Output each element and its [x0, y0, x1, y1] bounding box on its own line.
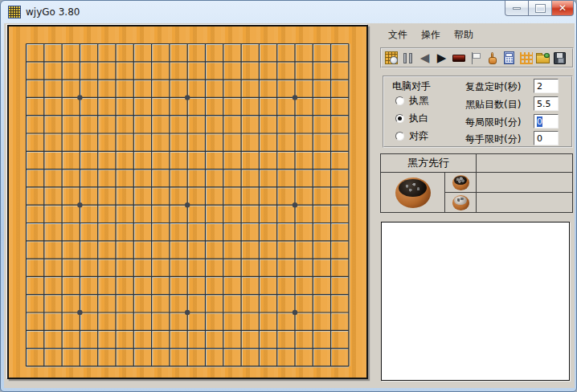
move-time-limit-input[interactable]: 0 [534, 131, 559, 145]
game-time-limit-label: 每局限时(分) [465, 116, 521, 129]
radio-play-black-label: 执黑 [409, 94, 428, 108]
replay-timer-label: 复盘定时(秒) [465, 80, 521, 94]
board-clock-icon [385, 51, 398, 64]
radio-play-white[interactable]: 执白 [395, 112, 428, 125]
maximize-button[interactable] [528, 1, 552, 16]
calculator-icon [504, 51, 514, 64]
close-button[interactable]: ✕ [551, 1, 574, 16]
toolbar: ◀ ▶ [380, 47, 574, 68]
komi-label: 黑贴目数(目) [465, 98, 521, 112]
board-view-button[interactable] [518, 50, 534, 67]
computer-opponent-label: 电脑对手 [392, 80, 431, 93]
board-grid [9, 27, 366, 378]
radio-play-black[interactable]: 执黑 [395, 94, 428, 107]
radio-play-both-circle[interactable] [395, 132, 404, 141]
komi-input[interactable]: 5.5 [534, 96, 559, 111]
flag-icon [470, 52, 481, 64]
white-stones-bowl-small [452, 195, 469, 210]
title-bar[interactable]: wjyGo 3.80 ✕ [1, 1, 576, 23]
black-stones-bowl-small [452, 175, 469, 190]
move-list[interactable] [381, 222, 570, 381]
close-icon: ✕ [559, 3, 567, 13]
app-window: wjyGo 3.80 ✕ 文件 操作 帮助 ◀ ▶ [0, 0, 577, 392]
new-game-button[interactable] [383, 50, 399, 67]
captured-stones-cell [381, 173, 445, 212]
window-title: wjyGo 3.80 [26, 6, 80, 18]
minimize-icon [513, 7, 521, 10]
stop-button[interactable] [450, 50, 467, 67]
pass-button[interactable] [467, 50, 484, 67]
client-area: 文件 操作 帮助 ◀ ▶ 电脑对手 执黑 [4, 23, 575, 388]
radio-play-white-circle[interactable] [395, 114, 404, 123]
stop-bar-icon [452, 55, 465, 62]
black-stones-bowl-large [395, 178, 431, 208]
white-bowl-cell [445, 193, 477, 212]
move-time-limit-label: 每手限时(分) [465, 133, 521, 146]
resign-button[interactable] [484, 50, 501, 67]
open-folder-icon [536, 53, 550, 63]
pause-button[interactable] [399, 50, 416, 67]
menu-file[interactable]: 文件 [388, 28, 407, 42]
step-back-button[interactable]: ◀ [416, 50, 433, 67]
go-board-icon [8, 6, 21, 18]
left-triangle-icon: ◀ [420, 52, 430, 64]
status-table: 黑方先行 [380, 153, 573, 213]
status-empty-cell [477, 173, 572, 193]
maximize-icon [536, 5, 545, 12]
menu-operation[interactable]: 操作 [421, 28, 440, 42]
step-forward-button[interactable]: ▶ [433, 50, 450, 67]
radio-play-black-circle[interactable] [395, 96, 404, 105]
turn-indicator: 黑方先行 [381, 154, 477, 173]
replay-timer-input[interactable]: 2 [534, 79, 559, 93]
game-time-limit-input[interactable]: 0 [534, 114, 559, 129]
settings-group: 电脑对手 执黑 执白 对弈 复盘定时(秒) 黑贴目数(目) 每局限时(分) 每手… [383, 76, 573, 148]
go-board[interactable] [7, 25, 368, 379]
black-bowl-cell [445, 173, 477, 193]
grid-icon [520, 52, 533, 64]
hand-icon [488, 52, 497, 64]
status-empty-cell [477, 154, 572, 173]
menu-help[interactable]: 帮助 [454, 28, 473, 42]
radio-play-white-label: 执白 [409, 112, 428, 125]
open-button[interactable] [534, 50, 551, 67]
window-controls: ✕ [505, 1, 574, 16]
menu-bar: 文件 操作 帮助 [388, 28, 473, 42]
minimize-button[interactable] [505, 1, 529, 16]
floppy-disk-icon [554, 52, 566, 64]
pause-icon [403, 53, 412, 63]
save-button[interactable] [551, 50, 568, 67]
radio-play-both-label: 对弈 [409, 129, 428, 143]
radio-play-both[interactable]: 对弈 [395, 129, 428, 142]
count-button[interactable] [501, 50, 518, 67]
status-empty-cell [477, 193, 572, 212]
right-triangle-icon: ▶ [437, 52, 447, 64]
